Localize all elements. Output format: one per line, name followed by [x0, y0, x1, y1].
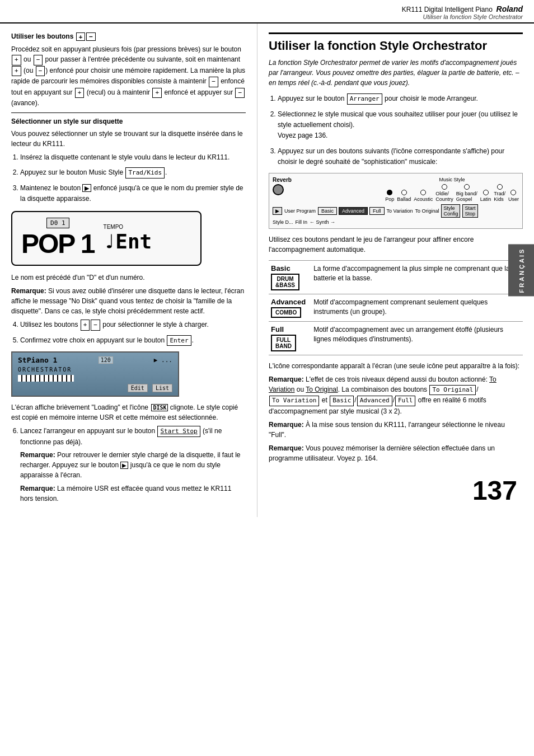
user-circle	[510, 190, 516, 195]
trad-circle	[497, 184, 503, 190]
acoustic-circle	[420, 190, 426, 195]
display-d01: D0 1	[46, 218, 69, 228]
right-step-3: Appuyez sur un des boutons suivants (l'i…	[278, 146, 523, 167]
ms-circles-row: Pop Ballad Acoustic Oldie/Country	[385, 184, 519, 202]
acoustic-label: Acoustic	[414, 196, 433, 202]
note1-text: Si vous avez oublié d'insérer une disque…	[11, 287, 244, 315]
ms-latin: Latin	[480, 190, 491, 202]
ms-ballad: Ballad	[397, 190, 411, 202]
basic-label-cell: Basic DRUM&BASS	[269, 260, 311, 294]
francais-tab: FRANÇAIS	[508, 245, 534, 297]
note1: Remarque: Si vous avez oublié d'insérer …	[11, 286, 246, 316]
step-3: Maintenez le bouton ▶ enfoncé jusqu'à ce…	[20, 183, 246, 204]
ballad-circle	[401, 190, 407, 195]
to-variation-btn: To Variation	[269, 396, 319, 406]
style-table: Basic DRUM&BASS La forme d'accompagnemen…	[269, 260, 523, 355]
icon-note-intro: L'icône correspondante apparaît à l'écra…	[269, 361, 523, 371]
right-note3-label: Remarque:	[269, 444, 304, 452]
advanced-label-cell: Advanced COMBO	[269, 294, 311, 321]
enter-btn: Enter	[167, 335, 191, 346]
display-pop: POP 1	[21, 228, 95, 259]
right-steps-list: Appuyez sur le bouton Arranger pour choi…	[278, 93, 523, 167]
pop-circle	[387, 190, 392, 195]
right-note2-label: Remarque:	[269, 421, 304, 429]
oldie-circle	[442, 184, 447, 190]
to-original-ref: To Original	[415, 208, 439, 214]
combo-badge: COMBO	[271, 307, 301, 318]
trad-label: Trad/Kids	[494, 191, 505, 202]
fill-in-label: Fill In	[296, 219, 308, 225]
piano-display-top: StPiano 1 120 ▶ ...	[18, 356, 172, 364]
piano-keys	[18, 375, 74, 382]
page-content: Utiliser les boutons +− Procédez soit en…	[0, 24, 534, 517]
style-disc-label: Style D...	[273, 219, 293, 225]
right-intro: La fonction Style Orchestrator permet de…	[269, 58, 523, 88]
ms-top-row: Reverb Music Style Pop Ballad	[273, 177, 519, 202]
ballad-label: Ballad	[397, 196, 411, 202]
reverb-label: Reverb	[273, 177, 292, 183]
full-tab[interactable]: Full	[369, 207, 385, 215]
to-synth-label: ← Synth →	[310, 219, 335, 225]
oldie-label: Oldie/Country	[435, 191, 453, 202]
disk-icon-ref: DISK	[151, 404, 168, 411]
start-stop-btn: Start Stop	[157, 426, 200, 437]
ms-bigband: Big band/Gospel	[456, 184, 477, 202]
arranger-btn: Arranger	[347, 93, 382, 105]
ms-reverb-area: Reverb	[273, 177, 292, 196]
latin-circle	[483, 190, 489, 195]
model-text: KR111 Digital Intelligent Piano	[402, 6, 493, 13]
user-label: User	[508, 196, 519, 202]
advanced-label: Advanced	[271, 298, 309, 306]
full-row: Full FULLBAND Motif d'accompagnement ave…	[269, 321, 523, 355]
step-4: Utilisez les boutons +− pour sélectionne…	[20, 320, 246, 331]
tempo-indicator: 120	[99, 356, 113, 364]
music-style-diagram: Reverb Music Style Pop Ballad	[269, 173, 523, 229]
advanced-tab[interactable]: Advanced	[339, 207, 368, 215]
step-2: Appuyez sur le bouton Music Style Trad/K…	[20, 167, 246, 179]
advanced-desc: Motif d'accompagnement comprenant seulem…	[311, 294, 523, 321]
start-stop-small-btn[interactable]: StartStop	[462, 204, 477, 218]
basic-desc: La forme d'accompagnement la plus simple…	[311, 260, 523, 294]
ms-right-area: Music Style Pop Ballad Acoustic	[385, 177, 519, 202]
note2: Remarque: Pour retrouver le dernier styl…	[20, 450, 246, 480]
steps2-list: Utilisez les boutons +− pour sélectionne…	[20, 320, 246, 346]
ms-fill-row: Style D... Fill In ← Synth →	[273, 219, 519, 225]
right-note1-label: Remarque:	[269, 375, 304, 383]
brand-name: Roland	[496, 4, 523, 13]
advanced-btn-ref: Advanced	[357, 396, 392, 406]
piano-controls: Edit List	[18, 384, 172, 392]
play-icon: ▶ ...	[154, 356, 172, 364]
page-header: KR111 Digital Intelligent Piano Roland U…	[0, 0, 534, 24]
diagram-caption: Utilisez ces boutons pendant le jeu de l…	[269, 234, 523, 255]
piano-name: StPiano 1	[18, 356, 57, 364]
francais-tab-container: FRANÇAIS	[508, 245, 534, 297]
list-btn: List	[152, 384, 172, 392]
tempo-label: TEMPO	[104, 224, 124, 230]
note1-label: Remarque:	[11, 287, 46, 295]
to-variation-ref: To Variation	[387, 208, 413, 214]
ms-enter-btn[interactable]: ▶	[273, 207, 282, 215]
to-original-link: To Original	[306, 386, 338, 393]
page-number: 137	[472, 475, 517, 506]
music-style-label: Music Style	[385, 177, 519, 182]
step-1: Insérez la disquette contenant le style …	[20, 152, 246, 163]
basic-btn-ref: Basic	[330, 396, 354, 406]
advanced-row: Advanced COMBO Motif d'accompagnement co…	[269, 294, 523, 321]
ms-oldie: Oldie/Country	[435, 184, 453, 202]
bigband-circle	[464, 184, 470, 190]
voyez-text: Voyez page 136.	[278, 132, 327, 139]
header-model: KR111 Digital Intelligent Piano Roland	[402, 4, 523, 13]
tempo-left: D0 1 POP 1	[21, 218, 95, 259]
minus-btn-ref: −	[86, 32, 96, 41]
fullband-badge: FULLBAND	[271, 335, 296, 351]
style-config-btn[interactable]: StyleConfig	[441, 204, 460, 218]
plus-btn-ref: +	[76, 32, 86, 41]
note3: Remarque: La mémoire USR est effacée qua…	[20, 483, 246, 504]
step-5: Confirmez votre choix en appuyant sur le…	[20, 335, 246, 346]
steps-list: Insérez la disquette contenant le style …	[20, 152, 246, 204]
basic-tab[interactable]: Basic	[318, 207, 337, 215]
orchestrator-label: ORCHESTRATOR	[18, 367, 172, 373]
header-title-area: KR111 Digital Intelligent Piano Roland U…	[402, 4, 523, 20]
caption1: Le nom est précédé d'un "D" et d'un numé…	[11, 273, 246, 283]
right-step-1: Appuyez sur le bouton Arranger pour choi…	[278, 93, 523, 105]
